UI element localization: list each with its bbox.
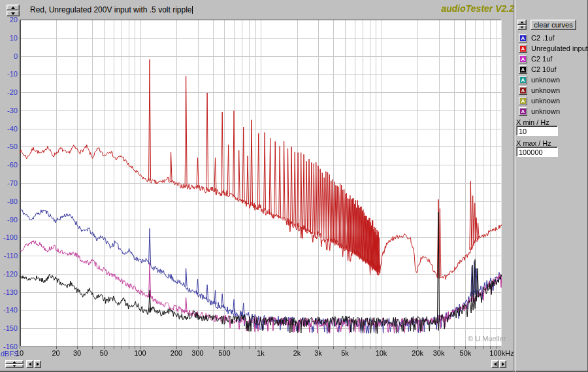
legend-label: C2 10uf <box>531 65 557 73</box>
y-tick-label: -20 <box>0 88 18 96</box>
x-tick-label: 1k <box>257 349 265 357</box>
y-tick-label: 0 <box>0 52 18 60</box>
curve-color-chip[interactable]: A <box>519 65 527 74</box>
right-arrow-icon <box>502 362 504 366</box>
curve-color-chip[interactable]: A <box>519 34 527 42</box>
x-tick-label: 30k <box>433 349 445 357</box>
legend-label: Unregulated input <box>531 44 588 52</box>
spinner-up-button[interactable] <box>517 20 527 25</box>
scroll-left-button[interactable] <box>26 360 33 368</box>
y-tick-label: -140 <box>0 306 18 314</box>
curve-color-icon: A <box>520 35 526 41</box>
y-tick-label: -100 <box>0 233 18 241</box>
x-max-field[interactable] <box>516 146 558 157</box>
y-tick-label: 10 <box>0 34 18 42</box>
legend-item[interactable]: Aunknown <box>519 75 560 84</box>
up-arrow-icon <box>521 21 524 23</box>
scroll-left-button-right[interactable] <box>491 360 498 368</box>
x-tick-label: 5k <box>341 349 349 357</box>
x-tick-label: 300 <box>191 349 203 357</box>
curve-color-icon: A <box>520 67 526 73</box>
y-tick-label: -40 <box>0 125 18 133</box>
scroll-right-button[interactable] <box>34 360 41 368</box>
y-tick-label: 20 <box>0 16 18 24</box>
down-arrow-icon <box>521 26 524 28</box>
legend-item[interactable]: AC2 10uf <box>519 65 557 74</box>
curve-color-chip[interactable]: A <box>519 107 527 116</box>
x-tick-label: 20k <box>412 349 423 357</box>
spinner-down-button[interactable] <box>5 364 24 368</box>
chart-title: Red, Unregulated 200V input with .5 volt… <box>30 5 191 14</box>
y-tick-label: -120 <box>0 270 18 278</box>
x-tick-label: 3k <box>314 349 322 357</box>
curve-color-chip[interactable]: A <box>519 44 527 53</box>
scroll-right-button-right[interactable] <box>499 360 506 368</box>
left-arrow-icon <box>29 362 31 366</box>
curve-color-icon: A <box>520 98 526 104</box>
legend-label: C2 .1uf <box>531 34 554 42</box>
legend-label: unknown <box>531 97 560 105</box>
legend-label: C2 1uf <box>531 55 552 63</box>
spinner-down-button[interactable] <box>517 25 527 30</box>
x-tick-label: 10k <box>376 349 387 357</box>
legend-item[interactable]: Aunknown <box>519 86 560 95</box>
x-tick-label: 50 <box>100 349 108 357</box>
curve-color-chip[interactable]: A <box>519 76 527 84</box>
y-tick-label: -50 <box>0 143 18 150</box>
legend-item[interactable]: AC2 1uf <box>519 54 552 63</box>
x-min-input[interactable] <box>519 127 557 135</box>
x-tick-label: 20 <box>52 349 59 357</box>
down-arrow-icon <box>13 365 16 367</box>
title-spinner <box>7 5 20 16</box>
up-arrow-icon <box>11 7 15 9</box>
text-cursor <box>192 6 193 14</box>
legend-item[interactable]: AUnregulated input <box>519 44 588 53</box>
y-tick-label: -70 <box>0 179 18 187</box>
y-axis-unit: dBFS <box>1 350 19 358</box>
y-tick-label: -30 <box>0 107 18 114</box>
legend-item[interactable]: AC2 .1uf <box>519 33 554 42</box>
y-tick-label: -90 <box>0 216 18 224</box>
audiotester-window: Red, Unregulated 200V input with .5 volt… <box>0 0 588 372</box>
curve-color-icon: A <box>520 88 526 93</box>
y-tick-label: -10 <box>0 70 18 78</box>
x-tick-label: 30 <box>73 349 81 357</box>
curve-color-chip[interactable]: A <box>519 97 527 105</box>
legend-item[interactable]: Aunknown <box>519 96 560 105</box>
left-arrow-icon <box>494 362 497 366</box>
spectrum-plot-canvas <box>20 20 502 350</box>
curve-color-chip[interactable]: A <box>519 55 527 63</box>
x-tick-label: 100 <box>134 349 146 357</box>
curve-color-icon: A <box>520 77 526 83</box>
x-tick-label: 50k <box>460 349 472 357</box>
curve-color-chip[interactable]: A <box>519 86 527 95</box>
spinner-up-button[interactable] <box>7 5 20 10</box>
legend-item[interactable]: Aunknown <box>519 107 560 116</box>
curve-color-icon: A <box>520 46 526 52</box>
x-tick-label: 500 <box>218 349 230 357</box>
right-arrow-icon <box>37 362 39 366</box>
x-axis-spinner <box>5 360 24 368</box>
y-tick-label: -130 <box>0 288 18 296</box>
y-tick-label: -80 <box>0 197 18 205</box>
clear-curves-button[interactable]: clear curves <box>531 20 576 30</box>
legend-label: unknown <box>531 86 560 94</box>
panel-divider <box>514 0 516 372</box>
x-tick-label: 2k <box>293 349 301 357</box>
x-tick-label: 200 <box>171 349 182 357</box>
sidebar-spinner <box>517 20 527 30</box>
y-tick-label: -150 <box>0 324 18 332</box>
x-min-field[interactable] <box>516 126 558 136</box>
x-max-input[interactable] <box>519 148 557 156</box>
watermark: © U.Mueller <box>468 335 506 343</box>
curve-color-icon: A <box>520 109 526 114</box>
y-tick-label: -60 <box>0 161 18 169</box>
app-logo: audioTester V2.2 <box>441 3 514 14</box>
y-tick-label: -110 <box>0 252 18 260</box>
chart-title-input[interactable]: Red, Unregulated 200V input with .5 volt… <box>30 5 193 14</box>
x-tick-label: 100kHz <box>489 349 514 357</box>
down-arrow-icon <box>11 12 15 15</box>
curve-color-icon: A <box>520 56 526 62</box>
legend-label: unknown <box>531 76 560 84</box>
legend-label: unknown <box>531 107 560 115</box>
